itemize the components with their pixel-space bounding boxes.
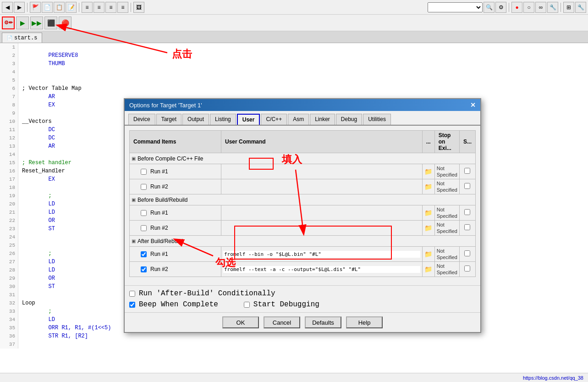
ellipsis-cell: 📁: [422, 179, 434, 194]
help-button[interactable]: Help: [346, 316, 383, 328]
user-command-cell[interactable]: [221, 221, 423, 236]
wrench-btn[interactable]: 🔧: [575, 2, 586, 13]
stop-checkbox[interactable]: [464, 183, 470, 189]
menu-btn[interactable]: 🔧: [547, 2, 558, 13]
defaults-button[interactable]: Defaults: [305, 316, 341, 328]
stop-checkbox[interactable]: [464, 224, 470, 230]
beep-checkbox[interactable]: [129, 302, 135, 308]
dialog-tab-bar: DeviceTargetOutputListingUserC/C++AsmLin…: [125, 111, 480, 126]
stop-checkbox[interactable]: [464, 209, 470, 215]
table-row: Run #1📁Not Specified: [130, 205, 476, 221]
user-command-cell[interactable]: [221, 205, 423, 221]
dialog-tab-linker[interactable]: Linker: [310, 114, 335, 125]
line-number: 9: [0, 109, 18, 117]
format3-btn[interactable]: ≡: [105, 2, 116, 13]
view-btn[interactable]: ⊞: [563, 2, 574, 13]
line-number: 5: [0, 76, 18, 84]
section-header: ▣ After Build/Rebuild: [130, 236, 476, 247]
line-numbers: 1234567891011121314151617181920212223242…: [0, 43, 18, 349]
line-number: 3: [0, 60, 18, 68]
folder-icon[interactable]: 📁: [424, 224, 432, 232]
run-checkbox-Before Build/Rebuild-2[interactable]: [141, 225, 147, 231]
config-btn[interactable]: ⚙: [495, 2, 506, 13]
user-command-cell[interactable]: [221, 179, 423, 194]
dialog-tab-asm[interactable]: Asm: [288, 114, 309, 125]
line-number: 26: [0, 249, 18, 258]
rebuild-btn[interactable]: ▶▶: [30, 17, 43, 29]
infinity-btn[interactable]: ∞: [535, 2, 546, 13]
dialog-tab-utilities[interactable]: Utilities: [363, 114, 391, 125]
options-target-btn[interactable]: ⚙✏: [2, 17, 15, 29]
folder-icon[interactable]: 📁: [424, 250, 432, 258]
line-number: 7: [0, 93, 18, 101]
beep-row: Beep When Complete Start Debugging: [129, 300, 476, 309]
image-btn[interactable]: 🖼: [133, 2, 144, 13]
debug-btn[interactable]: 🔴: [59, 17, 71, 29]
dialog-tab-target[interactable]: Target: [156, 114, 181, 125]
run-checkbox-Before Compile C/C++ File-2[interactable]: [141, 184, 147, 190]
forward-btn[interactable]: ▶: [14, 2, 25, 13]
dialog-close-btn[interactable]: ✕: [470, 101, 476, 109]
line-number: 4: [0, 68, 18, 76]
search-btn[interactable]: 🔍: [484, 2, 495, 13]
run-checkbox-After Build/Rebuild-1[interactable]: [141, 251, 147, 257]
flash-btn[interactable]: ⬛: [44, 17, 57, 29]
stop-checkbox[interactable]: [464, 250, 470, 256]
dialog-tab-output[interactable]: Output: [182, 114, 209, 125]
options-dialog[interactable]: Options for Target 'Target 1' ✕ DeviceTa…: [124, 98, 481, 333]
stop-cell: [459, 164, 475, 179]
stop-checkbox[interactable]: [464, 168, 470, 174]
dialog-tab-c/c++[interactable]: C/C++: [261, 114, 287, 125]
dialog-tab-debug[interactable]: Debug: [336, 114, 362, 125]
folder-icon[interactable]: 📁: [424, 168, 432, 175]
ellipsis-cell: 📁: [422, 221, 434, 236]
command-input[interactable]: [223, 266, 420, 273]
run-checkbox-After Build/Rebuild-2[interactable]: [141, 266, 147, 272]
book3-btn[interactable]: 📝: [66, 2, 77, 13]
code-line: [22, 68, 586, 76]
build-btn[interactable]: ▶: [16, 17, 29, 29]
command-input[interactable]: [223, 251, 420, 258]
run-checkbox-Before Compile C/C++ File-1[interactable]: [141, 169, 147, 175]
user-command-cell[interactable]: [221, 247, 423, 262]
folder-icon[interactable]: 📁: [424, 266, 432, 273]
format1-btn[interactable]: ≡: [82, 2, 93, 13]
stop-checkbox[interactable]: [464, 266, 470, 271]
folder-icon[interactable]: 📁: [424, 209, 432, 216]
run-conditionally-checkbox[interactable]: [129, 291, 135, 297]
book1-btn[interactable]: 📄: [42, 2, 53, 13]
dialog-tab-user[interactable]: User: [237, 114, 260, 125]
book2-btn[interactable]: 📋: [54, 2, 65, 13]
status-bar: https://blog.csdn.net/qq_38: [0, 373, 588, 382]
stop-cell: [459, 179, 475, 194]
run-conditionally-row: Run 'After-Build' Conditionally: [129, 289, 476, 298]
file-icon: 📄: [7, 35, 12, 41]
code-line: ; Vector Table Map: [22, 84, 586, 93]
line-number: 37: [0, 340, 18, 349]
format4-btn[interactable]: ≡: [117, 2, 128, 13]
target-select[interactable]: [428, 2, 483, 12]
bookmark-btn[interactable]: 🚩: [30, 2, 41, 13]
start-debug-checkbox[interactable]: [244, 302, 250, 308]
line-number: 18: [0, 183, 18, 192]
dialog-tab-device[interactable]: Device: [128, 114, 155, 125]
start-s-tab[interactable]: 📄 start.s: [2, 33, 42, 43]
back-btn[interactable]: ◀: [2, 2, 13, 13]
format2-btn[interactable]: ≡: [93, 2, 104, 13]
red-btn[interactable]: ●: [511, 2, 522, 13]
cancel-button[interactable]: Cancel: [264, 316, 300, 328]
user-command-cell[interactable]: [221, 164, 423, 179]
not-specified-cell: Not Specified: [434, 205, 459, 221]
line-number: 1: [0, 43, 18, 51]
line-number: 16: [0, 167, 18, 175]
dialog-tab-listing[interactable]: Listing: [210, 114, 236, 125]
run-checkbox-Before Build/Rebuild-1[interactable]: [141, 210, 147, 216]
not-specified-text: Not Specified: [437, 222, 457, 234]
line-number: 30: [0, 282, 18, 291]
line-number: 31: [0, 291, 18, 299]
folder-icon[interactable]: 📁: [424, 183, 432, 190]
ok-button[interactable]: OK: [222, 316, 259, 328]
user-command-cell[interactable]: [221, 262, 423, 277]
circle-btn[interactable]: ○: [523, 2, 534, 13]
tab-label: start.s: [14, 35, 37, 41]
